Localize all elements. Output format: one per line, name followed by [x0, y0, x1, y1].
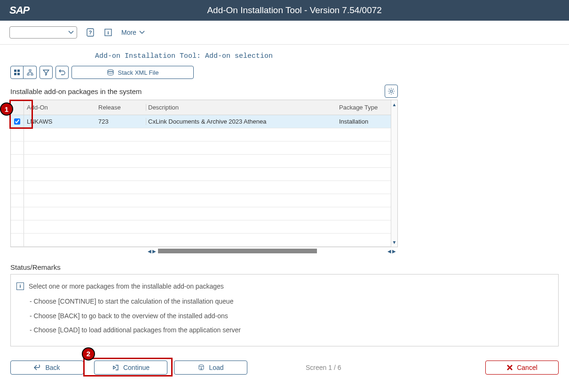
status-text: - Choose [LOAD] to load additional packa… — [30, 325, 553, 335]
page-title: Add-On Installation Tool - Version 7.54/… — [29, 5, 560, 16]
svg-rect-6 — [14, 73, 16, 75]
cell-package-type: Installation — [336, 118, 391, 125]
stack-icon — [107, 69, 114, 76]
stack-xml-button[interactable]: Stack XML File — [71, 66, 194, 79]
continue-label: Continue — [123, 364, 150, 371]
scroll-up-icon[interactable]: ▲ — [392, 102, 397, 107]
chevron-down-icon — [139, 31, 145, 34]
settings-button[interactable] — [385, 85, 398, 98]
help-icon[interactable]: ? — [86, 28, 95, 37]
info-icon[interactable]: i — [103, 28, 113, 37]
svg-point-14 — [199, 365, 204, 367]
svg-point-11 — [108, 70, 113, 71]
svg-rect-8 — [29, 70, 31, 71]
stack-xml-label: Stack XML File — [118, 69, 159, 76]
section-title: Add-on Installation Tool: Add-on selecti… — [95, 52, 559, 60]
vertical-scrollbar[interactable]: ▲ ▼ — [391, 100, 397, 247]
status-title: Status/Remarks — [10, 263, 559, 271]
back-icon — [34, 364, 41, 371]
grid-view-button[interactable] — [10, 66, 24, 79]
table-row[interactable] — [11, 220, 391, 234]
cancel-icon — [506, 364, 513, 371]
col-description-header[interactable]: Description — [146, 104, 336, 111]
scroll-right-icon[interactable]: ▶ — [152, 249, 156, 254]
svg-point-12 — [108, 71, 113, 73]
addon-table: Add-On Release Description Package Type … — [10, 100, 398, 247]
col-package-type-header[interactable]: Package Type — [336, 104, 391, 111]
annotation-1: 1 — [0, 102, 13, 116]
action-button-row: Stack XML File — [10, 66, 559, 79]
load-button[interactable]: Load — [174, 361, 247, 375]
table-row[interactable] — [11, 168, 391, 181]
svg-rect-5 — [17, 70, 20, 72]
back-label: Back — [45, 364, 60, 371]
table-row[interactable]: LNKAWS 723 CxLink Documents & Archive 20… — [11, 115, 391, 128]
table-title: Installable add-on packages in the syste… — [10, 87, 142, 95]
table-row[interactable] — [11, 234, 391, 247]
status-text: - Choose [BACK] to go back to the overvi… — [30, 311, 553, 321]
status-text: - Choose [CONTINUE] to start the calcula… — [30, 296, 553, 306]
cancel-label: Cancel — [517, 364, 537, 371]
info-icon: i — [16, 282, 24, 290]
cell-description: CxLink Documents & Archive 2023 Athenea — [146, 118, 336, 125]
table-row[interactable] — [11, 141, 391, 155]
svg-rect-9 — [27, 74, 29, 75]
row-checkbox[interactable] — [14, 118, 20, 125]
table-header-row: Installable add-on packages in the syste… — [10, 85, 398, 98]
continue-icon — [112, 364, 119, 371]
hierarchy-view-button[interactable] — [24, 66, 37, 79]
table-row[interactable] — [11, 194, 391, 207]
load-icon — [198, 364, 205, 371]
scroll-right-icon[interactable]: ▶ — [392, 249, 396, 254]
undo-button[interactable] — [55, 66, 69, 79]
more-label: More — [121, 29, 136, 36]
toolbar: ? i More — [0, 21, 569, 45]
cancel-button[interactable]: Cancel — [485, 361, 559, 375]
header-bar: SAP Add-On Installation Tool - Version 7… — [0, 0, 569, 21]
table-row[interactable] — [11, 128, 391, 141]
table-column-headers: Add-On Release Description Package Type — [11, 100, 391, 115]
back-button[interactable]: Back — [10, 361, 84, 375]
table-row[interactable] — [11, 207, 391, 220]
sap-logo: SAP — [9, 4, 29, 16]
table-body: LNKAWS 723 CxLink Documents & Archive 20… — [11, 115, 391, 247]
annotation-2: 2 — [82, 347, 95, 361]
col-release-header[interactable]: Release — [97, 104, 146, 111]
col-addon-header[interactable]: Add-On — [24, 104, 97, 111]
svg-text:i: i — [107, 30, 109, 35]
scroll-left-icon[interactable]: ◀ — [387, 249, 391, 254]
table-row[interactable] — [11, 181, 391, 194]
continue-button[interactable]: Continue — [94, 361, 167, 375]
more-button[interactable]: More — [121, 29, 145, 36]
table-row[interactable] — [11, 155, 391, 168]
scroll-left-icon[interactable]: ◀ — [148, 249, 151, 254]
svg-text:?: ? — [89, 30, 92, 35]
svg-rect-4 — [14, 70, 16, 72]
gear-icon — [387, 87, 395, 95]
status-box: i Select one or more packages from the i… — [10, 274, 559, 346]
status-text: Select one or more packages from the ins… — [29, 281, 224, 291]
svg-rect-10 — [31, 74, 33, 75]
scroll-down-icon[interactable]: ▼ — [392, 240, 397, 245]
screen-indicator: Screen 1 / 6 — [306, 364, 341, 371]
svg-rect-7 — [17, 73, 20, 75]
cell-release: 723 — [97, 118, 146, 125]
transaction-dropdown[interactable] — [9, 26, 77, 39]
horizontal-scroll-row: ◀▶ ◀▶ — [10, 247, 398, 255]
main-content: Add-on Installation Tool: Add-on selecti… — [0, 45, 569, 382]
horizontal-scrollbar[interactable] — [158, 249, 317, 253]
load-label: Load — [209, 364, 223, 371]
footer-buttons: 2 Back Continue Load Screen 1 / 6 Cancel — [10, 361, 559, 375]
chevron-down-icon — [68, 31, 74, 34]
cell-addon: LNKAWS — [24, 118, 97, 125]
filter-button[interactable] — [40, 66, 53, 79]
svg-point-13 — [390, 90, 393, 93]
